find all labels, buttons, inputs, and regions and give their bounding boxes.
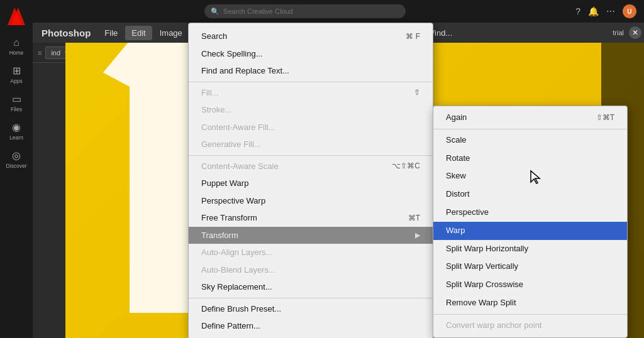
edit-menu-content-aware-scale: Content-Aware Scale ⌥⇧⌘C xyxy=(189,158,433,175)
edit-menu-check-spelling-label: Check Spelling... xyxy=(201,48,263,60)
top-bar: 🔍 ? 🔔 ⋯ U xyxy=(33,0,644,23)
sidebar-item-files[interactable]: ▭ Files xyxy=(3,89,30,116)
submenu-separator-1 xyxy=(433,129,627,129)
submenu-skew[interactable]: Skew xyxy=(433,167,627,185)
submenu-convert-warp-anchor: Convert warp anchor point xyxy=(433,317,627,335)
edit-menu-transform[interactable]: Transform ▶ xyxy=(189,227,433,244)
help-icon[interactable]: ? xyxy=(575,6,580,16)
toolbar-mode-label: ≡ xyxy=(38,49,42,57)
edit-menu-perspective-warp-label: Perspective Warp xyxy=(201,195,265,207)
top-bar-right: ? 🔔 ⋯ U xyxy=(575,4,636,18)
submenu-remove-warp-split[interactable]: Remove Warp Split xyxy=(433,294,627,312)
menu-item-file[interactable]: File xyxy=(98,26,124,40)
adobe-logo[interactable] xyxy=(5,5,28,28)
submenu-warp[interactable]: Warp xyxy=(433,222,627,240)
edit-menu-content-aware-scale-label: Content-Aware Scale xyxy=(201,160,279,173)
edit-menu-define-brush[interactable]: Define Brush Preset... xyxy=(189,300,433,318)
edit-menu-fill-shortcut: ⇧ xyxy=(414,87,420,98)
edit-menu-section-1: Search ⌘ F Check Spelling... Find and Re… xyxy=(189,26,433,82)
submenu-scale[interactable]: Scale xyxy=(433,131,627,150)
submenu-scale-label: Scale xyxy=(446,134,467,147)
submenu-split-warp-h-label: Split Warp Horizontally xyxy=(446,243,528,256)
chevron-right-icon: ▶ xyxy=(415,230,420,241)
edit-menu-define-brush-label: Define Brush Preset... xyxy=(201,303,281,315)
sidebar-item-home[interactable]: ⌂ Home xyxy=(3,33,30,60)
sidebar-item-learn[interactable]: ◉ Learn xyxy=(3,117,30,144)
submenu-warp-label: Warp xyxy=(446,224,465,237)
sidebar-item-apps-label: Apps xyxy=(10,78,22,84)
close-button[interactable]: ✕ xyxy=(629,26,641,39)
edit-menu-auto-align: Auto-Align Layers... xyxy=(189,244,433,261)
edit-menu-free-transform[interactable]: Free Transform ⌘T xyxy=(189,209,433,227)
edit-menu-define-pattern-label: Define Pattern... xyxy=(201,320,260,332)
notifications-icon[interactable]: 🔔 xyxy=(588,6,599,16)
submenu-rotate-label: Rotate xyxy=(446,152,470,165)
edit-menu-content-aware-fill-label: Content-Aware Fill... xyxy=(201,121,275,134)
edit-menu-generative-fill-label: Generative Fill... xyxy=(201,138,261,151)
menu-item-edit[interactable]: Edit xyxy=(125,26,152,40)
edit-menu-auto-blend-label: Auto-Blend Layers... xyxy=(201,264,275,276)
edit-menu-auto-blend: Auto-Blend Layers... xyxy=(189,261,433,279)
submenu-remove-warp-split-label: Remove Warp Split xyxy=(446,297,516,310)
edit-menu-free-transform-shortcut: ⌘T xyxy=(408,212,420,224)
transform-submenu: Again ⇧⌘T Scale Rotate Skew Distort Pers… xyxy=(433,106,628,338)
submenu-separator-2 xyxy=(433,314,627,315)
submenu-distort[interactable]: Distort xyxy=(433,185,627,204)
edit-menu-fill: Fill... ⇧ xyxy=(189,84,433,102)
submenu-split-warp-h[interactable]: Split Warp Horizontally xyxy=(433,240,627,258)
submenu-convert-warp-anchor-label: Convert warp anchor point xyxy=(446,319,541,332)
submenu-split-warp-v[interactable]: Split Warp Vertically xyxy=(433,258,627,276)
main-content: 🔍 ? 🔔 ⋯ U Photoshop File Edit Image Laye… xyxy=(33,0,644,338)
edit-menu-free-transform-label: Free Transform xyxy=(201,212,257,224)
submenu-again[interactable]: Again ⇧⌘T xyxy=(433,109,627,127)
home-icon: ⌂ xyxy=(13,37,19,48)
avatar[interactable]: U xyxy=(623,4,636,18)
edit-menu-check-spelling[interactable]: Check Spelling... xyxy=(189,45,433,63)
search-icon: 🔍 xyxy=(211,8,219,16)
edit-menu-sky-replacement[interactable]: Sky Replacement... xyxy=(189,278,433,296)
submenu-perspective[interactable]: Perspective xyxy=(433,204,627,222)
edit-menu-search[interactable]: Search ⌘ F xyxy=(189,28,433,45)
edit-menu-generative-fill: Generative Fill... xyxy=(189,136,433,153)
submenu-again-shortcut: ⇧⌘T xyxy=(596,112,614,124)
edit-menu-transform-label: Transform xyxy=(201,229,238,242)
edit-menu-find-replace-label: Find and Replace Text... xyxy=(201,65,289,77)
sidebar-item-learn-label: Learn xyxy=(9,134,23,141)
app-name: Photoshop xyxy=(35,25,97,41)
edit-menu-perspective-warp[interactable]: Perspective Warp xyxy=(189,192,433,210)
learn-icon: ◉ xyxy=(12,121,21,133)
edit-menu-fill-label: Fill... xyxy=(201,87,218,99)
submenu-perspective-label: Perspective xyxy=(446,206,489,219)
apps-icon: ⊞ xyxy=(13,65,21,77)
edit-menu-find-replace[interactable]: Find and Replace Text... xyxy=(189,62,433,80)
sidebar-item-apps[interactable]: ⊞ Apps xyxy=(3,61,30,88)
edit-menu-puppet-warp[interactable]: Puppet Warp xyxy=(189,175,433,192)
edit-menu-section-3: Content-Aware Scale ⌥⇧⌘C Puppet Warp Per… xyxy=(189,156,433,298)
edit-menu-search-label: Search xyxy=(201,30,227,43)
submenu-rotate[interactable]: Rotate xyxy=(433,150,627,168)
sidebar-item-files-label: Files xyxy=(11,106,22,112)
edit-menu-content-aware-scale-shortcut: ⌥⇧⌘C xyxy=(392,160,420,172)
adobe-sidebar: ⌂ Home ⊞ Apps ▭ Files ◉ Learn ◎ Discover xyxy=(0,0,33,338)
submenu-split-warp-v-label: Split Warp Vertically xyxy=(446,260,518,273)
sidebar-item-discover-label: Discover xyxy=(6,163,26,169)
files-icon: ▭ xyxy=(12,93,21,105)
submenu-skew-label: Skew xyxy=(446,170,466,183)
menu-item-image[interactable]: Image xyxy=(153,26,189,40)
edit-dropdown-menu: Search ⌘ F Check Spelling... Find and Re… xyxy=(188,23,433,338)
submenu-distort-label: Distort xyxy=(446,188,470,201)
edit-menu-sky-replacement-label: Sky Replacement... xyxy=(201,281,272,293)
apps-grid-icon[interactable]: ⋯ xyxy=(606,6,615,16)
trial-label: trial xyxy=(613,29,624,36)
edit-menu-stroke: Stroke... xyxy=(189,101,433,119)
sidebar-item-discover[interactable]: ◎ Discover xyxy=(3,146,30,173)
submenu-split-warp-crosswise-label: Split Warp Crosswise xyxy=(446,278,523,292)
search-input[interactable] xyxy=(223,8,399,15)
submenu-split-warp-crosswise[interactable]: Split Warp Crosswise xyxy=(433,276,627,294)
search-bar[interactable]: 🔍 xyxy=(204,4,406,18)
edit-menu-section-2: Fill... ⇧ Stroke... Content-Aware Fill..… xyxy=(189,82,433,156)
edit-menu-stroke-label: Stroke... xyxy=(201,104,231,116)
edit-menu-define-pattern[interactable]: Define Pattern... xyxy=(189,317,433,335)
edit-menu-puppet-warp-label: Puppet Warp xyxy=(201,177,248,190)
edit-menu-search-shortcut: ⌘ F xyxy=(406,31,420,42)
